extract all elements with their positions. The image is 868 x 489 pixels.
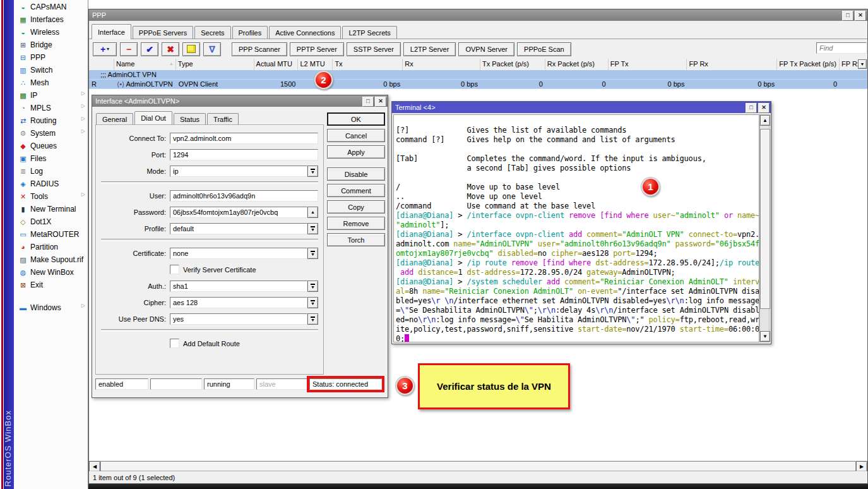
column-header-actual-mtu[interactable]: Actual MTU <box>254 59 299 70</box>
dialog-tab-status[interactable]: Status <box>174 113 206 124</box>
find-input[interactable] <box>816 42 867 54</box>
column-header-rx-packet-p-s[interactable]: Rx Packet (p/s) <box>545 59 609 70</box>
sidebar-item-ppp[interactable]: ⊟PPP <box>14 51 88 64</box>
checkbox[interactable] <box>170 339 179 348</box>
terminal-body[interactable]: [?] Gives the list of available commands… <box>393 114 759 342</box>
scroll-up-icon[interactable]: ▲ <box>760 115 770 126</box>
dropdown-arrow-icon[interactable]: ▼ <box>307 223 318 234</box>
sidebar-item-tools[interactable]: ✕Tools▷ <box>14 190 88 203</box>
password-field[interactable]: 06jbsx54fomtojxm1ay807rje0vcbq <box>170 207 307 218</box>
sidebar-item-mesh[interactable]: ∴Mesh <box>14 76 88 89</box>
scrollbar-thumb[interactable] <box>760 129 770 309</box>
horizontal-scrollbar[interactable]: ◀ ▶ <box>89 461 867 471</box>
column-header-l2-mtu[interactable]: L2 MTU <box>298 59 333 70</box>
ok-button[interactable]: OK <box>327 112 385 126</box>
copy-button[interactable]: Copy <box>327 200 385 214</box>
checkbox[interactable] <box>170 265 179 274</box>
cancel-button[interactable]: Cancel <box>327 129 385 142</box>
sidebar-item-make-supout-rif[interactable]: ▨Make Supout.rif <box>14 253 88 266</box>
sidebar-item-interfaces[interactable]: ▦Interfaces <box>14 13 88 26</box>
close-icon[interactable]: ✕ <box>855 11 866 21</box>
sidebar-item-new-terminal[interactable]: ▮New Terminal <box>14 203 88 215</box>
profile-select[interactable]: default <box>170 223 307 234</box>
reveal-up-arrow-icon[interactable]: ▲ <box>307 207 318 218</box>
terminal-scrollbar[interactable]: ▲ ▼ <box>759 114 770 342</box>
sidebar-item-queues[interactable]: ◆Queues <box>14 140 88 152</box>
sidebar-item-files[interactable]: ▣Files <box>14 152 88 165</box>
connect-to-field[interactable]: vpn2.adminolt.com <box>170 133 318 144</box>
column-header-flags[interactable] <box>89 59 114 70</box>
l2tp-server-button[interactable]: L2TP Server <box>403 42 456 56</box>
column-header-fp-tx-packet-p-s[interactable]: FP Tx Packet (p/s) <box>777 59 840 70</box>
scroll-down-icon[interactable]: ▼ <box>760 331 770 342</box>
ovpn-server-button[interactable]: OVPN Server <box>458 42 514 56</box>
certificate-select[interactable]: none <box>170 248 307 259</box>
column-header-fp-tx[interactable]: FP Tx <box>609 59 687 70</box>
torch-button[interactable]: Torch <box>327 233 385 246</box>
mode-select[interactable]: ip <box>170 166 307 177</box>
cipher-select[interactable]: aes 128 <box>170 297 307 308</box>
close-icon[interactable]: ✕ <box>758 103 770 113</box>
sstp-server-button[interactable]: SSTP Server <box>347 42 401 56</box>
sidebar-item-windows[interactable]: ▬Windows▷ <box>14 301 88 314</box>
tab-pppoe-servers[interactable]: PPPoE Servers <box>133 26 193 39</box>
port-field[interactable]: 1294 <box>170 149 318 160</box>
sidebar-item-log[interactable]: ≣Log <box>14 165 88 178</box>
dialog-tab-general[interactable]: General <box>96 113 133 124</box>
sidebar-item-dot1x[interactable]: ◇Dot1X <box>14 215 88 228</box>
tab-profiles[interactable]: Profiles <box>232 26 268 39</box>
sidebar-item-mpls[interactable]: ◔MPLS▷ <box>14 102 88 114</box>
enable-button[interactable]: ✔ <box>141 42 158 56</box>
sidebar-item-bridge[interactable]: ⊞Bridge <box>14 39 88 51</box>
sidebar-item-routing[interactable]: ⇄Routing▷ <box>14 114 88 127</box>
close-icon[interactable]: ✕ <box>375 97 386 107</box>
tab-active-connections[interactable]: Active Connections <box>269 26 341 39</box>
dialog-tab-traffic[interactable]: Traffic <box>207 113 239 124</box>
disable-button[interactable]: Disable <box>327 167 385 181</box>
user-field[interactable]: adminolt0hr6o13v96adq9n <box>170 190 318 202</box>
sidebar-item-system[interactable]: ⚙System▷ <box>14 127 88 140</box>
auth-select[interactable]: sha1 <box>170 281 307 292</box>
dropdown-arrow-icon[interactable]: ▼ <box>307 297 318 308</box>
verify-server-certificate-checkbox[interactable]: Verify Server Certificate <box>101 263 318 275</box>
dialog-titlebar[interactable]: Interface <AdminOLTVPN> □ ✕ <box>92 95 388 107</box>
column-header-rx[interactable]: Rx <box>403 59 480 70</box>
maximize-icon[interactable]: □ <box>842 11 853 21</box>
table-row-comment[interactable]: ;;; AdminOLT VPN <box>89 70 867 80</box>
terminal-titlebar[interactable]: Terminal <4> □ ✕ <box>392 102 771 113</box>
dropdown-arrow-icon[interactable]: ▼ <box>307 248 318 259</box>
use-peer-dns-select[interactable]: yes <box>170 313 307 325</box>
table-row[interactable]: R⟨•⟩AdminOLTVPNOVPN Client15000 bps0 bps… <box>89 80 867 89</box>
tab-secrets[interactable]: Secrets <box>194 26 230 39</box>
pppoe-scan-button[interactable]: PPPoE Scan <box>517 42 571 56</box>
comment-button[interactable]: Comment <box>327 184 385 197</box>
add-default-route-checkbox[interactable]: Add Default Route <box>101 337 318 349</box>
remove-button[interactable]: − <box>120 42 138 56</box>
column-chooser-button[interactable]: ▼ <box>858 59 867 69</box>
sidebar-item-capsman[interactable]: ◒CAPsMAN <box>14 1 88 13</box>
filter-button[interactable]: ∇ <box>203 42 221 56</box>
scroll-right-icon[interactable]: ▶ <box>856 461 867 472</box>
scrollbar-thumb[interactable] <box>100 461 856 471</box>
sidebar-item-metarouter[interactable]: ▭MetaROUTER <box>14 228 88 241</box>
apply-button[interactable]: Apply <box>327 145 385 159</box>
sidebar-item-partition[interactable]: ◕Partition <box>14 241 88 253</box>
column-header-type[interactable]: Type <box>176 59 254 70</box>
sidebar-item-switch[interactable]: ▥Switch <box>14 64 88 76</box>
dropdown-arrow-icon[interactable]: ▼ <box>307 313 318 325</box>
sidebar-item-ip[interactable]: ▩IP▷ <box>14 89 88 102</box>
sidebar-item-wireless[interactable]: ◒Wireless <box>14 26 88 39</box>
dropdown-arrow-icon[interactable]: ▼ <box>307 166 318 177</box>
maximize-icon[interactable]: □ <box>746 103 757 113</box>
ppp-scanner-button[interactable]: PPP Scanner <box>232 42 287 56</box>
sidebar-item-exit[interactable]: ⊠Exit <box>14 279 88 291</box>
column-header-tx[interactable]: Tx <box>333 59 403 70</box>
sidebar-item-new-winbox[interactable]: ◍New WinBox <box>14 266 88 279</box>
comment-button[interactable] <box>182 42 200 56</box>
tab-l2tp-secrets[interactable]: L2TP Secrets <box>342 26 396 39</box>
sidebar-item-radius[interactable]: ◈RADIUS <box>14 178 88 190</box>
scroll-left-icon[interactable]: ◀ <box>89 461 100 472</box>
column-header-fp-rx[interactable]: FP Rx <box>687 59 777 70</box>
column-header-tx-packet-p-s[interactable]: Tx Packet (p/s) <box>480 59 545 70</box>
add-button[interactable]: +▾ <box>93 42 117 56</box>
